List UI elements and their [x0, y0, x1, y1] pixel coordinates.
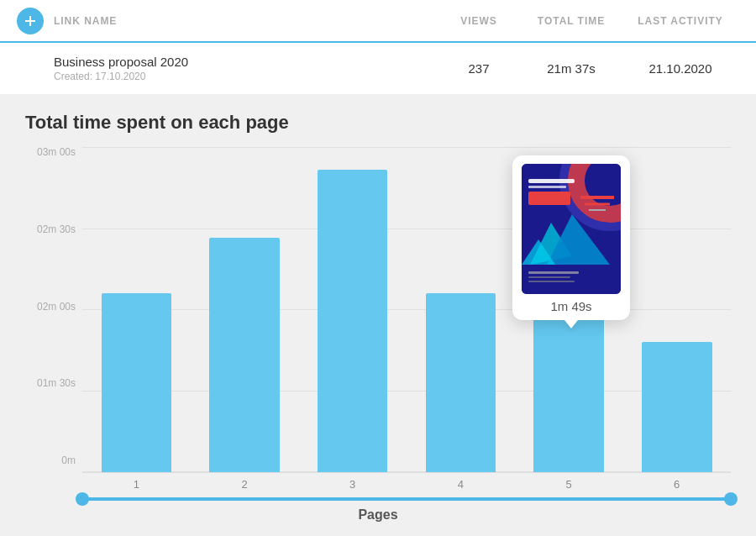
bar[interactable]: [642, 342, 712, 472]
slider-area: [25, 491, 731, 504]
row-views: 237: [437, 61, 521, 76]
bar-group: [622, 147, 731, 472]
svg-rect-15: [528, 271, 579, 274]
pages-label: Pages: [25, 504, 731, 528]
col-header-last-activity: LAST ACTIVITY: [622, 15, 739, 27]
y-label-1: 0m: [25, 455, 76, 465]
row-total-time: 21m 37s: [521, 61, 622, 76]
tooltip-popup: 1m 49s: [512, 155, 630, 320]
add-link-button[interactable]: [17, 8, 44, 34]
x-label: 6: [622, 478, 731, 491]
link-created: Created: 17.10.2020: [54, 71, 437, 82]
svg-rect-1: [25, 20, 35, 22]
chart-main: 03m 00s 02m 30s 02m 00s 01m 30s 0m: [25, 147, 731, 491]
chart-body: 1m 49s 123456: [82, 147, 731, 491]
slider-thumb-left[interactable]: [76, 492, 89, 506]
chart-title: Total time spent on each page: [25, 112, 731, 134]
row-last-activity: 21.10.2020: [622, 61, 739, 76]
bar-group: [298, 147, 407, 472]
chart-area: Total time spent on each page 03m 00s 02…: [0, 95, 756, 536]
y-label-3: 02m 00s: [25, 302, 76, 312]
slider-thumb-right[interactable]: [724, 492, 738, 506]
bar-group: [407, 147, 515, 472]
svg-rect-9: [528, 186, 566, 188]
y-label-4: 02m 30s: [25, 224, 76, 234]
col-header-total-time: TOTAL TIME: [521, 15, 622, 27]
col-header-views: VIEWS: [437, 15, 521, 27]
link-title: Business proposal 2020: [54, 55, 437, 69]
table-row[interactable]: Business proposal 2020 Created: 17.10.20…: [0, 43, 756, 95]
y-label-2: 01m 30s: [25, 378, 76, 388]
svg-rect-8: [528, 179, 575, 183]
tooltip-time: 1m 49s: [521, 299, 622, 313]
main-container: LINK NAME VIEWS TOTAL TIME LAST ACTIVITY…: [0, 0, 756, 536]
tooltip-thumbnail: [522, 164, 621, 294]
bar[interactable]: [102, 293, 172, 472]
x-label: 3: [298, 478, 407, 491]
plus-icon: [24, 14, 37, 28]
svg-rect-11: [530, 193, 569, 203]
bar-group: [191, 147, 299, 472]
x-labels: 123456: [82, 473, 731, 491]
y-label-5: 03m 00s: [25, 147, 76, 157]
x-label: 4: [407, 478, 515, 491]
table-header: LINK NAME VIEWS TOTAL TIME LAST ACTIVITY: [0, 0, 756, 43]
svg-rect-16: [528, 276, 570, 278]
x-label: 2: [191, 478, 299, 491]
y-axis: 03m 00s 02m 30s 02m 00s 01m 30s 0m: [25, 147, 76, 491]
svg-rect-17: [528, 281, 575, 282]
bar[interactable]: [209, 238, 280, 472]
slider-track[interactable]: [82, 497, 731, 501]
link-info: Business proposal 2020 Created: 17.10.20…: [54, 55, 437, 82]
x-label: 5: [515, 478, 623, 491]
bars-container: [82, 147, 731, 473]
col-header-link-name: LINK NAME: [54, 15, 437, 27]
x-label: 1: [82, 478, 191, 491]
bar[interactable]: [318, 170, 388, 472]
bars-wrapper: [82, 147, 731, 472]
bar-group: [82, 147, 191, 472]
bar[interactable]: [426, 293, 496, 472]
